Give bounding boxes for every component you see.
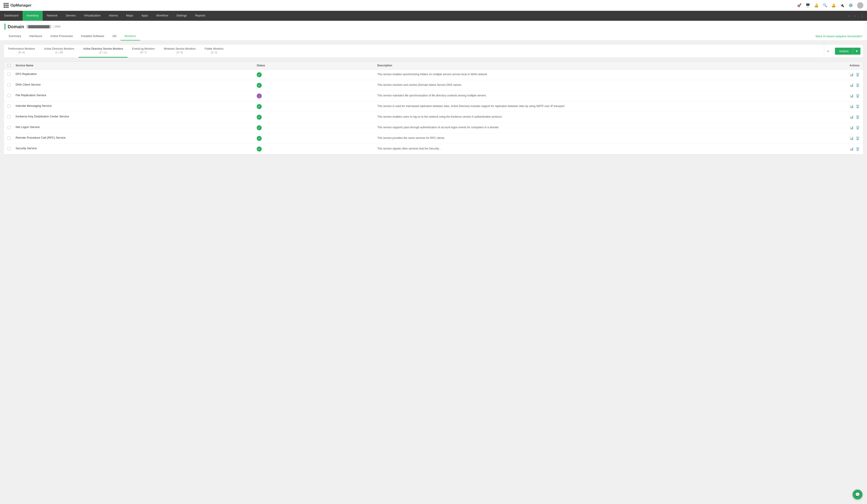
row-checkbox-3[interactable] bbox=[8, 105, 11, 108]
column-header-status: Status bbox=[257, 64, 377, 67]
top-header: OpManager 🚀 🖥️ 🔔 🔍 🔔 🔌 ⚙️ bbox=[0, 0, 867, 11]
description-0: This service enables synchronizing folde… bbox=[377, 73, 487, 76]
row-actions-0: 📊 🗑️ bbox=[739, 72, 859, 76]
delete-icon-6[interactable]: 🗑️ bbox=[856, 136, 859, 140]
description-1: This service resolves and caches (Domain… bbox=[377, 83, 462, 86]
row-checkbox-2[interactable] bbox=[8, 94, 11, 97]
service-name-1: DNS Client Service bbox=[15, 83, 257, 86]
delete-icon-4[interactable]: 🗑️ bbox=[856, 115, 859, 119]
nav-more-button[interactable]: ⋮ bbox=[857, 11, 867, 21]
table-row: File Replication Service ↓ This service … bbox=[4, 91, 863, 101]
status-icon-6: ✓ bbox=[257, 136, 262, 141]
chart-icon-2[interactable]: 📊 bbox=[849, 94, 854, 98]
table-row: Security Service ✓ This service signals … bbox=[4, 144, 863, 154]
row-checkbox-4[interactable] bbox=[8, 115, 11, 118]
row-checkbox-5[interactable] bbox=[8, 126, 11, 129]
description-7: This service signals other services that… bbox=[377, 147, 441, 150]
actions-dropdown-button[interactable]: ▼ bbox=[853, 47, 860, 55]
page-header: Domain ████████████ | WMI Summary Interf… bbox=[0, 21, 867, 41]
delete-icon-3[interactable]: 🗑️ bbox=[856, 105, 859, 108]
status-icon-3: ✓ bbox=[257, 104, 262, 109]
service-name-6: Remote Procedure Call (RPC) Service bbox=[15, 136, 257, 139]
nav-item-apps[interactable]: Apps bbox=[137, 11, 152, 21]
monitor-tab-ad-service[interactable]: Active Directory Service Monitors (1 / 1… bbox=[78, 44, 128, 57]
notification-icon[interactable]: 🔔 bbox=[814, 3, 819, 8]
description-6: This service provides the name services … bbox=[377, 136, 445, 140]
nav-item-servers[interactable]: Servers bbox=[62, 11, 80, 21]
rocket-icon[interactable]: 🚀 bbox=[797, 3, 802, 8]
nav-next-arrow[interactable]: › bbox=[852, 11, 857, 21]
nav-item-network[interactable]: Network bbox=[43, 11, 62, 21]
nav-item-dashboard[interactable]: Dashboard bbox=[0, 11, 23, 21]
delete-icon-7[interactable]: 🗑️ bbox=[856, 147, 859, 151]
sub-tab-monitors[interactable]: Monitors bbox=[120, 32, 140, 40]
chart-icon-3[interactable]: 📊 bbox=[849, 105, 854, 108]
header-actions: 🚀 🖥️ 🔔 🔍 🔔 🔌 ⚙️ bbox=[797, 2, 864, 9]
monitor-tab-ad-monitors[interactable]: Active Directory Monitors (1 / 33) bbox=[40, 44, 78, 57]
nav-item-inventory[interactable]: Inventory bbox=[23, 11, 43, 21]
chart-icon-5[interactable]: 📊 bbox=[849, 126, 854, 129]
ai-adaptive-link[interactable]: Want AI-based adaptive thresholds? bbox=[815, 32, 863, 40]
domain-title: Domain ████████████ | WMI bbox=[4, 23, 863, 30]
delete-icon-2[interactable]: 🗑️ bbox=[856, 94, 859, 98]
actions-button-group: Actions ▼ bbox=[835, 47, 860, 55]
row-checkbox-0[interactable] bbox=[8, 73, 11, 76]
status-icon-4: ✓ bbox=[257, 115, 262, 120]
delete-icon-0[interactable]: 🗑️ bbox=[856, 73, 859, 76]
bell-icon[interactable]: 🔔 bbox=[831, 3, 836, 8]
monitor-tab-folder[interactable]: Folder Monitors (2 / 2) bbox=[200, 44, 228, 57]
chart-icon-0[interactable]: 📊 bbox=[849, 73, 854, 76]
sub-tab-active-processes[interactable]: Active Processes bbox=[46, 32, 77, 40]
search-icon[interactable]: 🔍 bbox=[823, 3, 827, 8]
status-icon-1: ✓ bbox=[257, 83, 262, 88]
row-checkbox-7[interactable] bbox=[8, 147, 11, 150]
table-row: Kerberos Key Distribution Center Service… bbox=[4, 112, 863, 122]
monitor-tab-performance[interactable]: Performance Monitors (0 / 6) bbox=[4, 44, 40, 57]
nav-item-alarms[interactable]: Alarms bbox=[105, 11, 122, 21]
monitor-icon[interactable]: 🖥️ bbox=[806, 3, 810, 8]
monitor-tab-windows-service[interactable]: Windows Service Monitors (2 / 6) bbox=[159, 44, 200, 57]
nav-prev-arrow[interactable]: ‹ bbox=[846, 11, 852, 21]
row-actions-4: 📊 🗑️ bbox=[739, 115, 859, 119]
monitor-tab-eventlog[interactable]: EventLog Monitors (0 / 7) bbox=[128, 44, 159, 57]
plug-icon[interactable]: 🔌 bbox=[840, 3, 844, 8]
sub-tab-summary[interactable]: Summary bbox=[4, 32, 25, 40]
grid-icon bbox=[3, 3, 9, 8]
gear-icon[interactable]: ⚙️ bbox=[848, 3, 853, 8]
column-header-actions: Actions bbox=[739, 64, 859, 67]
description-3: This service is used for mail-based repl… bbox=[377, 105, 565, 108]
row-checkbox-6[interactable] bbox=[8, 136, 11, 140]
row-checkbox-1[interactable] bbox=[8, 83, 11, 86]
avatar[interactable] bbox=[857, 2, 864, 9]
chart-icon-1[interactable]: 📊 bbox=[849, 83, 854, 87]
select-all-checkbox[interactable] bbox=[8, 64, 11, 67]
service-name-2: File Replication Service bbox=[15, 94, 257, 97]
sub-tab-installed-software[interactable]: Installed Software bbox=[77, 32, 108, 40]
status-icon-7: ✓ bbox=[257, 147, 262, 151]
nav-item-virtualization[interactable]: Virtualization bbox=[80, 11, 105, 21]
actions-main-button[interactable]: Actions bbox=[835, 47, 853, 55]
delete-icon-1[interactable]: 🗑️ bbox=[856, 83, 859, 87]
row-actions-1: 📊 🗑️ bbox=[739, 83, 859, 87]
row-actions-7: 📊 🗑️ bbox=[739, 147, 859, 151]
table-row: Intersite Messaging Service ✓ This servi… bbox=[4, 101, 863, 112]
nav-item-reports[interactable]: Reports bbox=[191, 11, 210, 21]
delete-icon-5[interactable]: 🗑️ bbox=[856, 126, 859, 129]
sub-tab-ad[interactable]: AD bbox=[108, 32, 120, 40]
service-name-0: DFS Replication bbox=[15, 72, 257, 76]
nav-item-settings[interactable]: Settings bbox=[172, 11, 191, 21]
chart-icon-4[interactable]: 📊 bbox=[849, 115, 854, 119]
monitor-more-button[interactable]: » bbox=[824, 44, 833, 57]
app-name: OpManager bbox=[10, 3, 32, 8]
chart-icon-7[interactable]: 📊 bbox=[849, 147, 854, 151]
service-name-3: Intersite Messaging Service bbox=[15, 104, 257, 107]
nav-item-workflow[interactable]: Workflow bbox=[152, 11, 172, 21]
wmi-label: | WMI bbox=[54, 25, 61, 28]
row-actions-5: 📊 🗑️ bbox=[739, 125, 859, 129]
app-logo[interactable]: OpManager bbox=[3, 3, 32, 8]
service-name-5: Net Logon Service bbox=[15, 125, 257, 129]
service-name-7: Security Service bbox=[15, 147, 257, 150]
sub-tab-interfaces[interactable]: Interfaces bbox=[25, 32, 46, 40]
nav-item-maps[interactable]: Maps bbox=[122, 11, 137, 21]
chart-icon-6[interactable]: 📊 bbox=[849, 136, 854, 140]
